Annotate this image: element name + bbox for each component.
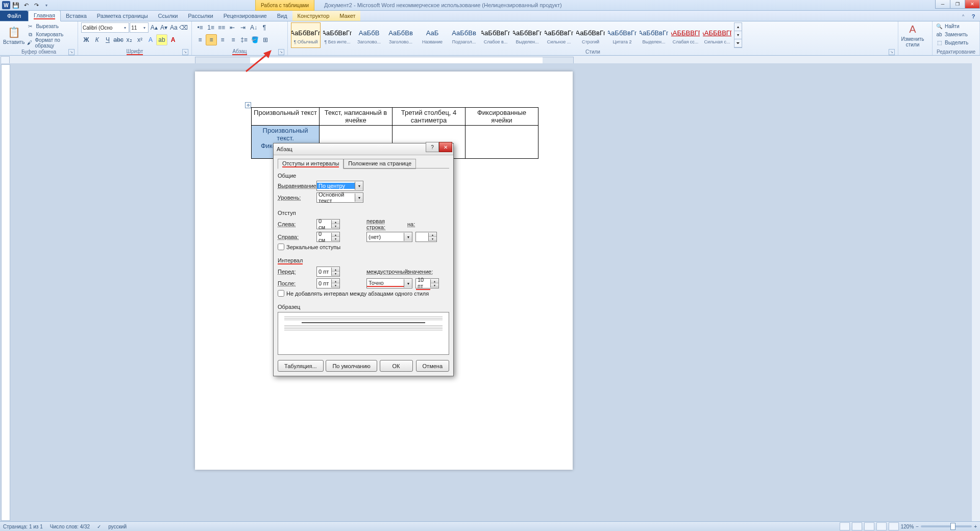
status-language[interactable]: русский <box>108 524 127 529</box>
justify-icon[interactable]: ≡ <box>228 35 238 45</box>
alignment-combo[interactable]: По центру▾ <box>316 181 363 191</box>
strike-icon[interactable]: abc <box>113 35 124 45</box>
tab-layout[interactable]: Макет <box>334 11 360 21</box>
tab-page-layout[interactable]: Разметка страницы <box>92 11 153 21</box>
table-row[interactable]: Произвольный текст Текст, написанный в я… <box>252 108 538 126</box>
show-marks-icon[interactable]: ¶ <box>259 22 270 33</box>
vertical-scrollbar[interactable] <box>971 63 980 522</box>
gallery-scroll-icon[interactable]: ▾ <box>734 31 742 39</box>
select-button[interactable]: ⬚Выделить <box>936 39 968 46</box>
view-draft-icon[interactable] <box>889 522 899 530</box>
style-item[interactable]: АаБНазвание <box>418 22 447 48</box>
first-line-by-spin[interactable]: ▴▾ <box>415 232 437 242</box>
help-icon[interactable]: ? <box>969 12 978 21</box>
italic-icon[interactable]: К <box>92 35 102 45</box>
status-page[interactable]: Страница: 1 из 1 <box>3 524 43 529</box>
style-item[interactable]: АаБбВвГгСтрогий <box>576 22 605 48</box>
table-cell[interactable]: Фиксированные ячейки <box>465 108 538 126</box>
space-after-spin[interactable]: 0 пт▴▾ <box>316 278 340 288</box>
change-styles-button[interactable]: A Изменить стили <box>901 22 924 48</box>
style-item[interactable]: АаБбВвГг,¶ Без инте... <box>323 22 352 48</box>
style-item[interactable]: АаБбВЗаголово... <box>354 22 384 48</box>
bold-icon[interactable]: Ж <box>81 35 91 45</box>
tab-mailings[interactable]: Рассылки <box>183 11 218 21</box>
save-icon[interactable]: 💾 <box>11 1 20 10</box>
cancel-button[interactable]: Отмена <box>416 360 449 372</box>
sort-icon[interactable]: A↓ <box>249 22 259 33</box>
format-painter-button[interactable]: 🖌Формат по образцу <box>27 39 75 46</box>
highlight-icon[interactable]: ab <box>156 34 167 45</box>
bullet-list-icon[interactable]: •≡ <box>195 22 205 33</box>
close-button[interactable]: ✕ <box>965 0 980 9</box>
tab-references[interactable]: Ссылки <box>153 11 183 21</box>
vertical-ruler[interactable] <box>1 64 10 521</box>
tabs-button[interactable]: Табуляция... <box>278 360 324 372</box>
zoom-level[interactable]: 120% <box>901 524 914 529</box>
style-item[interactable]: АаБбВвГг,Цитата 2 <box>607 22 637 48</box>
styles-launcher[interactable]: ↘ <box>889 49 895 55</box>
line-spacing-icon[interactable]: ‡≡ <box>239 35 249 45</box>
style-item[interactable]: АаБбВвГг,Выделен... <box>639 22 669 48</box>
style-item[interactable]: АаБбВвГг,Слабое в... <box>481 22 510 48</box>
tab-view[interactable]: Вид <box>272 11 292 21</box>
shading-icon[interactable]: 🪣 <box>250 35 260 45</box>
zoom-out-icon[interactable]: − <box>916 524 919 529</box>
tab-review[interactable]: Рецензирование <box>218 11 272 21</box>
dialog-help-button[interactable]: ? <box>426 142 439 152</box>
table-cell[interactable]: Третий столбец, 4 сантиметра <box>393 108 465 126</box>
shrink-font-icon[interactable]: A▾ <box>159 22 168 33</box>
paste-button[interactable]: 📋 Вставить <box>3 22 24 48</box>
tab-design[interactable]: Конструктор <box>292 11 335 21</box>
dialog-tab-indents[interactable]: Отступы и интервалы <box>278 159 344 169</box>
increase-indent-icon[interactable]: ⇥ <box>238 22 248 33</box>
tab-home[interactable]: Главная <box>28 10 61 21</box>
clear-format-icon[interactable]: ⌫ <box>179 22 188 33</box>
font-launcher[interactable]: ↘ <box>182 49 188 55</box>
table-cell[interactable]: Произвольный текст <box>252 108 320 126</box>
default-button[interactable]: По умолчанию <box>326 360 377 372</box>
cut-button[interactable]: ✂Вырезать <box>27 22 75 30</box>
undo-icon[interactable]: ↶ <box>21 1 31 10</box>
dialog-tab-pageposition[interactable]: Положение на странице <box>344 159 416 169</box>
status-wordcount[interactable]: Число слов: 4/32 <box>50 524 90 529</box>
replace-button[interactable]: abЗаменить <box>936 31 968 38</box>
table-cell[interactable] <box>465 126 538 159</box>
space-before-spin[interactable]: 0 пт▴▾ <box>316 267 340 277</box>
font-name-combo[interactable]: Calibri (Осно▾ <box>81 22 129 33</box>
redo-icon[interactable]: ↷ <box>32 1 41 10</box>
file-tab[interactable]: Файл <box>0 11 28 21</box>
font-size-combo[interactable]: 11▾ <box>130 22 149 33</box>
ribbon-minimize-icon[interactable]: ^ <box>959 12 968 21</box>
gallery-scroll-icon[interactable]: ⏷ <box>734 39 742 47</box>
dialog-title-bar[interactable]: Абзац ? ✕ <box>274 143 453 155</box>
qat-customize-icon[interactable]: ▾ <box>42 1 51 10</box>
text-effects-icon[interactable]: A <box>145 35 156 45</box>
align-center-icon[interactable]: ≡ <box>206 34 217 45</box>
borders-icon[interactable]: ⊞ <box>260 35 271 45</box>
view-outline-icon[interactable] <box>876 522 887 530</box>
ok-button[interactable]: ОК <box>380 360 413 372</box>
underline-icon[interactable]: Ч <box>103 35 113 45</box>
gallery-scroll-icon[interactable]: ▴ <box>734 23 742 31</box>
line-spacing-combo[interactable]: Точно▾ <box>366 278 412 288</box>
multilevel-list-icon[interactable]: ≡≡ <box>216 22 227 33</box>
first-line-combo[interactable]: (нет)▾ <box>366 232 412 242</box>
status-proofing-icon[interactable]: ✓ <box>97 524 101 529</box>
zoom-slider[interactable] <box>921 525 972 527</box>
table-move-handle[interactable]: ✥ <box>245 102 251 108</box>
style-item[interactable]: АаБбВвЗаголово... <box>386 22 415 48</box>
subscript-icon[interactable]: x₂ <box>124 35 134 45</box>
zoom-in-icon[interactable]: + <box>974 524 977 529</box>
mirror-indents-check[interactable]: Зеркальные отступы <box>278 244 449 250</box>
minimize-button[interactable]: ─ <box>935 0 950 9</box>
style-item[interactable]: АаБбВвГг,Сильное ... <box>544 22 574 48</box>
decrease-indent-icon[interactable]: ⇤ <box>227 22 237 33</box>
view-web-icon[interactable] <box>864 522 874 530</box>
number-list-icon[interactable]: 1≡ <box>206 22 216 33</box>
align-left-icon[interactable]: ≡ <box>195 35 205 45</box>
find-button[interactable]: 🔍Найти <box>936 22 968 30</box>
dialog-close-button[interactable]: ✕ <box>439 142 452 152</box>
font-color-icon[interactable]: A <box>168 35 178 45</box>
no-space-same-style-check[interactable]: Не добавлять интервал между абзацами одн… <box>278 290 449 297</box>
style-item[interactable]: АаБбВвПодзагол... <box>449 22 479 48</box>
